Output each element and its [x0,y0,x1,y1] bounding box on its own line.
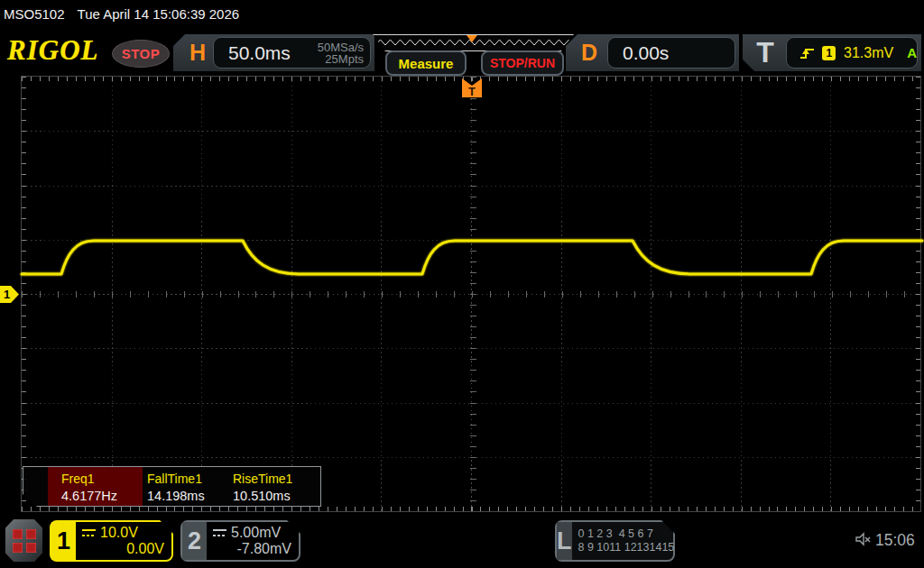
trigger-mode: A [907,45,917,60]
delay-value: 0.00s [623,42,669,64]
trigger-panel[interactable]: T 1 31.3mV A [743,34,921,71]
channel2-offset: -7.80mV [212,541,291,557]
rigol-logo: RIGOL [7,34,98,67]
grid-icon [13,529,36,553]
trigger-level-value: 31.3mV [844,45,893,61]
channel1-waveform [22,77,922,513]
delay-label: D [575,34,604,71]
delay-panel[interactable]: D 0.00s [566,34,739,71]
measurement-value: 14.198ms [147,489,205,503]
clock: 15:06 [875,531,915,550]
waveform-preview-strip[interactable] [373,34,574,51]
acquisition-state-badge: STOP [112,40,170,68]
horizontal-label: H [184,34,211,71]
channel2-scale: 5.00mV [231,525,281,541]
channel1-offset: 0.00V [81,541,164,557]
measurement-value: 10.510ms [233,489,291,503]
graticule [21,76,921,512]
dc-coupling-icon [81,528,97,538]
measurement-label: RiseTime1 [233,472,292,486]
trigger-label: T [750,34,781,71]
measurement-label: Freq1 [61,472,95,486]
datetime: Tue April 14 15:06:39 2026 [78,6,240,22]
model-name: MSO5102 [4,6,65,22]
logic-channels-badge[interactable]: L 0 1 2 3 4 5 6 7 8 9 1011 12131415 [555,520,675,562]
channel1-badge[interactable]: 1 10.0V 0.00V [50,520,173,562]
channel2-number: 2 [182,522,207,560]
channel1-ground-marker[interactable]: 1 [0,286,19,303]
channel1-scale: 10.0V [100,525,138,541]
channel1-number: 1 [51,522,76,560]
horizontal-panel[interactable]: H 50.0ms 50MSa/s 25Mpts [173,34,374,71]
logic-channels-row2: 8 9 1011 12131415 [578,541,675,554]
stop-run-button[interactable]: STOP/RUN [481,50,564,76]
measure-button[interactable]: Measure [385,50,467,76]
trigger-slope-icon [799,46,814,60]
logic-channels-row1: 0 1 2 3 4 5 6 7 [578,527,675,541]
timebase-value: 50.0ms [228,42,291,64]
function-navigation-button[interactable] [5,519,42,562]
measurements-panel[interactable]: Freq1 4.6177Hz FallTime1 14.198ms RiseTi… [23,466,321,507]
measurement-label: FallTime1 [147,472,202,486]
trigger-source-badge: 1 [822,46,836,60]
logic-label: L [557,522,572,560]
sound-muted-icon[interactable] [855,532,873,548]
dc-coupling-icon [212,528,227,538]
memory-depth: 25Mpts [325,52,364,66]
top-info-bar: MSO5102 Tue April 14 15:06:39 2026 [0,0,924,27]
measurement-value: 4.6177Hz [61,489,117,503]
preview-trigger-position-icon [467,35,477,42]
channel2-badge[interactable]: 2 5.00mV -7.80mV [180,520,300,562]
